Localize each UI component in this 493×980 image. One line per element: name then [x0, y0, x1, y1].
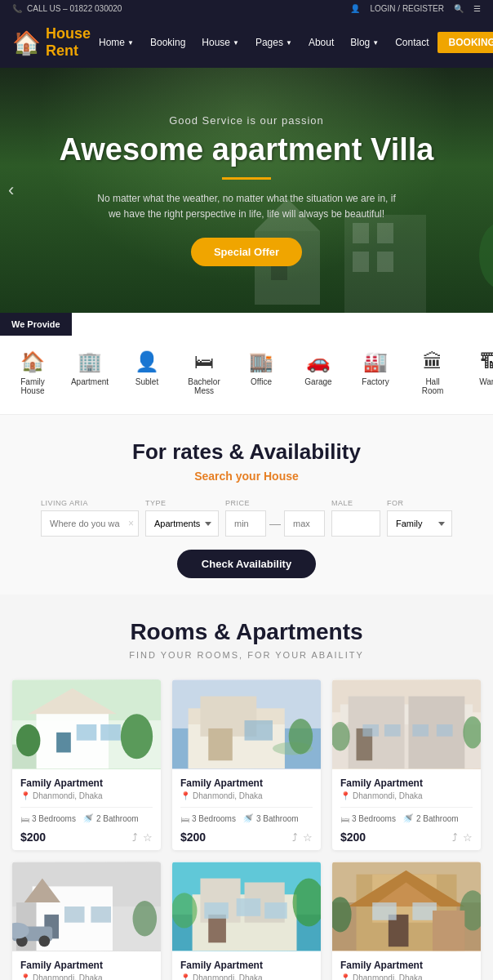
category-factory[interactable]: 🏭 Factory	[347, 344, 404, 402]
phone-icon: 📞	[12, 4, 22, 13]
chevron-icon: ▼	[372, 39, 379, 47]
card-image	[172, 679, 321, 769]
svg-rect-19	[56, 733, 71, 753]
card-footer: $200 ⤴ ☆	[340, 831, 473, 844]
category-garage[interactable]: 🚗 Garage	[290, 344, 347, 402]
svg-rect-42	[384, 724, 401, 737]
nav-booking-button[interactable]: BOOKING	[437, 32, 493, 53]
top-bar-left: 📞 CALL US – 01822 030020	[12, 4, 122, 13]
svg-point-33	[289, 719, 313, 754]
nav-blog[interactable]: Blog ▼	[342, 30, 387, 55]
logo[interactable]: 🏠 House Rent	[12, 25, 91, 60]
search-section: For rates & Availability Search your Hou…	[0, 415, 493, 595]
svg-rect-21	[100, 724, 121, 741]
category-apartment[interactable]: 🏢 Apartment	[61, 344, 118, 402]
card-price: $200	[340, 831, 366, 844]
card-features: 🛏 3 Bedrooms 🚿 3 Bathroom	[180, 807, 313, 824]
bathrooms-feature: 🚿 2 Bathroom	[402, 813, 459, 824]
nav-about[interactable]: About	[300, 30, 342, 55]
we-provide-bar: We Provide	[0, 313, 493, 336]
category-label: Hall Room	[414, 377, 451, 395]
bathrooms-feature: 🚿 2 Bathroom	[82, 813, 139, 824]
bed-icon: 🛏	[180, 814, 189, 824]
card-body: Family Apartment 📍 Dhanmondi, Dhaka 🛏 3 …	[12, 951, 161, 980]
type-group: TYPE Apartments House Office Garage	[145, 499, 219, 537]
hero-content: Good Service is our passion Awesome apar…	[26, 114, 466, 265]
cards-grid-row2: Family Apartment 📍 Dhanmondi, Dhaka 🛏 3 …	[12, 862, 481, 980]
favorite-button[interactable]: ☆	[463, 831, 473, 844]
nav-home[interactable]: Home ▼	[91, 30, 142, 55]
category-hall-room[interactable]: 🏛 Hall Room	[404, 344, 461, 402]
price-min-input[interactable]	[225, 510, 266, 537]
bedrooms-feature: 🛏 3 Bedrooms	[20, 813, 76, 824]
search-icon[interactable]: 🔍	[454, 4, 464, 13]
phone-label: CALL US – 01822 030020	[27, 4, 122, 13]
share-button[interactable]: ⤴	[132, 831, 138, 844]
card-location: 📍 Dhanmondi, Dhaka	[20, 973, 153, 980]
share-button[interactable]: ⤴	[452, 831, 458, 844]
card-location: 📍 Dhanmondi, Dhaka	[180, 973, 313, 980]
svg-rect-20	[77, 724, 97, 741]
category-office[interactable]: 🏬 Office	[233, 344, 290, 402]
male-group: MALE	[331, 499, 380, 537]
office-icon: 🏬	[249, 350, 273, 373]
svg-point-23	[16, 724, 41, 756]
hero-tagline: Good Service is our passion	[59, 114, 433, 127]
male-input[interactable]	[331, 510, 380, 537]
price-max-input[interactable]	[284, 510, 325, 537]
category-family-house[interactable]: 🏠 Family House	[4, 344, 61, 402]
bed-icon: 🛏	[340, 814, 349, 824]
card-body: Family Apartment 📍 Dhanmondi, Dhaka 🛏 3 …	[12, 769, 161, 850]
prev-arrow-icon[interactable]: ‹	[8, 180, 14, 201]
card-actions: ⤴ ☆	[292, 831, 313, 844]
svg-rect-41	[362, 724, 379, 737]
nav-links: Home ▼ Booking House ▼ Pages ▼ About Blo…	[91, 30, 437, 55]
login-link[interactable]: LOGIN / REGISTER	[370, 4, 444, 13]
menu-icon[interactable]: ☰	[473, 4, 481, 13]
card-location: 📍 Dhanmondi, Dhaka	[20, 791, 153, 800]
nav-contact[interactable]: Contact	[387, 30, 437, 55]
location-pin-icon: 📍	[20, 973, 30, 980]
svg-rect-78	[372, 902, 397, 920]
favorite-button[interactable]: ☆	[303, 831, 313, 844]
category-label: Sublet	[135, 377, 158, 386]
favorite-button[interactable]: ☆	[143, 831, 153, 844]
logo-icon: 🏠	[12, 29, 41, 56]
property-card[interactable]: Family Apartment 📍 Dhanmondi, Dhaka 🛏 3 …	[12, 862, 161, 980]
property-card[interactable]: Family Apartment 📍 Dhanmondi, Dhaka 🛏 3 …	[12, 679, 161, 850]
clear-icon[interactable]: ×	[128, 518, 134, 529]
category-bachelor-mess[interactable]: 🛏 Bachelor Mess	[175, 344, 233, 402]
living-area-input[interactable]	[41, 510, 139, 537]
card-image	[12, 679, 161, 769]
bath-icon: 🚿	[82, 813, 94, 824]
price-label: PRICE	[225, 499, 250, 507]
category-label: Family House	[14, 377, 51, 395]
navbar: 🏠 House Rent Home ▼ Booking House ▼ Page…	[0, 17, 493, 68]
family-house-icon: 🏠	[20, 350, 45, 373]
hero-cta-button[interactable]: Special Offer	[191, 238, 302, 266]
svg-rect-43	[412, 724, 429, 737]
property-card[interactable]: Family Apartment 📍 Dhanmondi, Dhaka 🛏 3 …	[332, 679, 481, 850]
nav-pages[interactable]: Pages ▼	[247, 30, 300, 55]
cards-grid-row1: Family Apartment 📍 Dhanmondi, Dhaka 🛏 3 …	[12, 679, 481, 850]
type-label: TYPE	[145, 499, 167, 507]
property-card[interactable]: Family Apartment 📍 Dhanmondi, Dhaka 🛏 3 …	[172, 679, 321, 850]
nav-house[interactable]: House ▼	[193, 30, 247, 55]
bath-icon: 🚿	[402, 813, 414, 824]
card-title: Family Apartment	[180, 777, 313, 789]
category-sublet[interactable]: 👤 Sublet	[118, 344, 175, 402]
share-button[interactable]: ⤴	[292, 831, 298, 844]
card-footer: $200 ⤴ ☆	[180, 831, 313, 844]
property-card[interactable]: Family Apartment 📍 Dhanmondi, Dhaka 🛏 3 …	[332, 862, 481, 980]
property-card[interactable]: Family Apartment 📍 Dhanmondi, Dhaka 🛏 3 …	[172, 862, 321, 980]
svg-point-12	[479, 223, 493, 288]
for-select[interactable]: Family Bachelor Office Any	[387, 510, 452, 537]
category-warehouse[interactable]: 🏗 War...	[461, 344, 493, 402]
type-select[interactable]: Apartments House Office Garage	[145, 510, 219, 537]
svg-rect-30	[208, 728, 233, 760]
category-label: War...	[479, 377, 493, 386]
nav-booking[interactable]: Booking	[142, 30, 193, 55]
we-provide-badge: We Provide	[0, 313, 72, 336]
check-availability-button[interactable]: Check Availability	[177, 550, 316, 578]
svg-point-70	[172, 893, 197, 928]
